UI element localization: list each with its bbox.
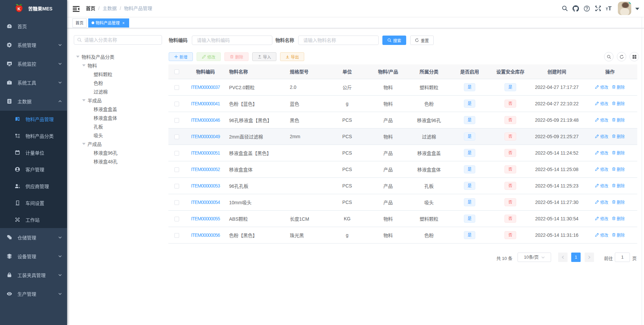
svg-text:T: T [606, 7, 608, 11]
svg-text:T: T [608, 6, 612, 11]
svg-text:K: K [17, 6, 21, 11]
